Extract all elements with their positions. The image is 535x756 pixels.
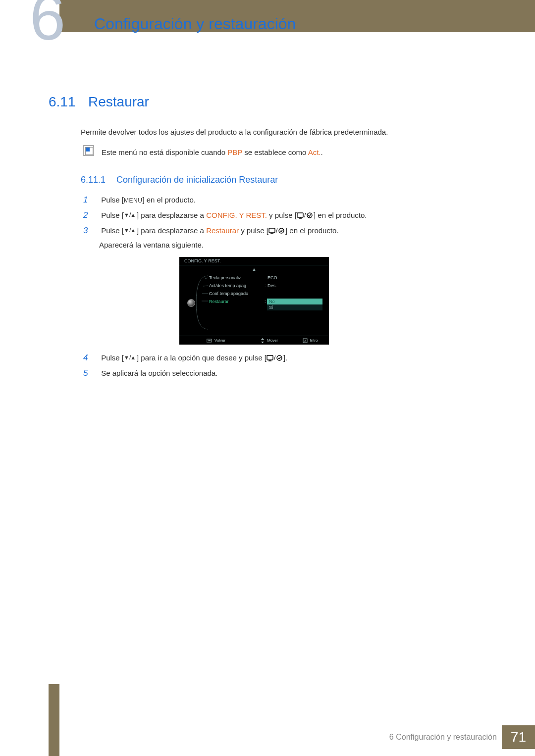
section-title: Restaurar	[88, 94, 149, 110]
svg-marker-17	[261, 338, 264, 340]
step-text: Pulse [	[101, 211, 124, 219]
svg-text:/: /	[304, 212, 306, 219]
osd-row-label: Act/des temp apag	[209, 283, 246, 288]
step-number: 2	[83, 210, 93, 220]
note-pbp: PBP	[227, 148, 242, 156]
updown-arrows-icon: /	[124, 354, 137, 361]
step-2: 2 Pulse [/] para desplazarse a CONFIG. Y…	[83, 210, 367, 220]
svg-point-24	[277, 355, 282, 360]
note-text: Este menú no está disponible cuando PBP …	[102, 147, 323, 157]
svg-point-9	[279, 228, 284, 233]
note-icon	[83, 145, 94, 156]
step-number: 3	[83, 226, 93, 236]
step-number: 5	[83, 368, 93, 378]
osd-footer-mover: Mover	[260, 338, 278, 343]
target-menu: Restaurar	[206, 226, 239, 235]
source-enter-icon: /	[267, 354, 283, 361]
note-mid: se establece como	[242, 148, 308, 156]
osd-option-popup: No Sí	[267, 299, 322, 310]
osd-bracket-icon	[194, 274, 209, 331]
osd-colon: :	[265, 283, 266, 288]
step-text: y pulse [	[239, 226, 268, 235]
osd-colon: :	[265, 275, 266, 280]
svg-line-11	[203, 286, 208, 286]
chapter-title: Configuración y restauración	[94, 15, 296, 33]
osd-row-label-active: Restaurar	[209, 299, 229, 304]
page-footer: 6 Configuración y restauración 71	[389, 725, 535, 749]
svg-point-4	[307, 213, 312, 218]
osd-title: CONFIG. Y REST.	[179, 257, 329, 265]
step-text: ] en el producto.	[285, 226, 339, 235]
svg-rect-5	[269, 228, 275, 233]
step-text: Se aplicará la opción seleccionada.	[101, 369, 217, 377]
step-4: 4 Pulse [/] para ir a la opción que dese…	[83, 353, 287, 363]
svg-marker-18	[261, 342, 264, 343]
note-prefix: Este menú no está disponible cuando	[102, 148, 227, 156]
updown-arrows-icon: /	[124, 227, 137, 234]
step-number: 4	[83, 353, 93, 363]
note-act: Act.	[308, 148, 321, 156]
step-text: ].	[283, 353, 287, 362]
osd-row-label: Tecla personaliz.	[209, 275, 242, 280]
osd-row-value: ECO	[268, 275, 277, 280]
svg-text:/: /	[276, 227, 278, 234]
section-intro: Permite devolver todos los ajustes del p…	[81, 127, 388, 137]
step-text: y pulse [	[267, 211, 297, 219]
step-3: 3 Pulse [/] para desplazarse a Restaurar…	[83, 226, 339, 236]
step-number: 1	[83, 195, 93, 205]
menu-button-label: MENU	[124, 197, 142, 204]
osd-row-value: Des.	[268, 283, 277, 288]
note-suffix: .	[321, 148, 323, 156]
osd-body: Tecla personaliz. : ECO Act/des temp apa…	[179, 272, 329, 331]
back-icon	[207, 339, 213, 343]
step-text: Pulse [	[101, 196, 124, 204]
osd-footer-volver: Volver	[207, 338, 225, 343]
enter-icon	[303, 338, 308, 343]
osd-footer: Volver Mover Intro	[179, 336, 329, 345]
step-text: ] en el producto.	[142, 196, 196, 204]
svg-text:/: /	[274, 354, 276, 361]
osd-colon: :	[265, 299, 266, 304]
footer-chapter-ref: 6 Configuración y restauración	[389, 733, 497, 742]
section-number: 6.11	[49, 94, 76, 110]
osd-footer-intro: Intro	[303, 338, 318, 343]
osd-menu-screenshot: CONFIG. Y REST. ▲ Tecla personaliz. : EC…	[179, 257, 329, 345]
step-5: 5 Se aplicará la opción seleccionada.	[83, 368, 217, 378]
source-enter-icon: /	[297, 212, 314, 219]
move-icon	[260, 338, 265, 343]
step-text: Pulse [	[101, 226, 124, 235]
osd-up-arrow-icon: ▲	[179, 267, 329, 272]
step-text: Pulse [	[101, 353, 124, 362]
subsection-number: 6.11.1	[81, 175, 106, 185]
step-text: ] para desplazarse a	[137, 226, 206, 235]
osd-row-label: Conf.temp.apagado	[209, 291, 248, 296]
left-margin-bar	[49, 684, 59, 756]
step-1: 1 Pulse [MENU] en el producto.	[83, 195, 196, 205]
chapter-number-ornament: 6	[30, 0, 65, 50]
updown-arrows-icon: /	[124, 212, 137, 218]
source-enter-icon: /	[268, 227, 285, 234]
step-3b: Aparecerá la ventana siguiente.	[99, 241, 204, 249]
svg-rect-19	[303, 339, 307, 343]
osd-option: Sí	[267, 304, 322, 310]
subsection-title: Configuración de inicialización Restaura…	[116, 175, 278, 185]
svg-rect-20	[267, 355, 273, 360]
step-text: ] para ir a la opción que desee y pulse …	[137, 353, 267, 362]
step-text: ] en el producto.	[314, 211, 367, 219]
step-text: ] para desplazarse a	[137, 211, 206, 219]
osd-option-selected: No	[267, 299, 322, 304]
svg-line-10	[205, 278, 208, 279]
page-number: 71	[502, 725, 535, 749]
target-menu: CONFIG. Y REST.	[206, 211, 267, 219]
svg-rect-0	[297, 213, 303, 217]
